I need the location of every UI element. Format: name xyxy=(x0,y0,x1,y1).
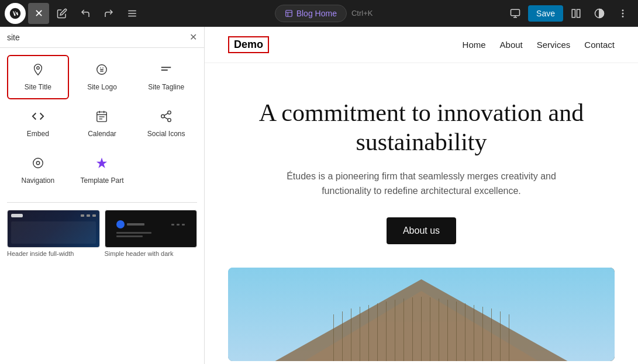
navigation-label: Navigation xyxy=(21,176,54,185)
site-tagline-label: Site Tagline xyxy=(148,83,184,91)
thumbnail-grid: Header inside full-width xyxy=(7,210,197,257)
block-item-template-part[interactable]: Template Part xyxy=(71,148,133,193)
left-panel: ✕ Site Title xyxy=(0,27,205,364)
site-tagline-icon xyxy=(160,63,173,79)
preview-button[interactable] xyxy=(505,3,526,24)
site-title-label: Site Title xyxy=(25,83,51,91)
search-bar: ✕ xyxy=(0,27,204,48)
svg-rect-6 xyxy=(577,9,580,18)
svg-line-23 xyxy=(164,117,168,119)
nav-link-contact[interactable]: Contact xyxy=(584,40,615,50)
thumbnails-section: Header inside full-width xyxy=(0,205,204,262)
svg-rect-4 xyxy=(511,9,520,16)
wordpress-logo[interactable] xyxy=(5,3,26,24)
close-button[interactable]: ✕ xyxy=(28,3,49,24)
svg-point-22 xyxy=(168,119,171,122)
about-us-button[interactable]: About us xyxy=(387,217,456,244)
block-item-site-title[interactable]: Site Title xyxy=(7,55,69,99)
contrast-button[interactable] xyxy=(589,3,610,24)
preview-area: Demo Home About Services Contact A commi… xyxy=(205,27,638,364)
svg-rect-3 xyxy=(285,10,292,16)
edit-button[interactable] xyxy=(51,3,73,24)
svg-point-8 xyxy=(622,10,623,11)
nav-link-about[interactable]: About xyxy=(500,40,523,50)
block-item-social-icons[interactable]: Social Icons xyxy=(135,102,197,146)
building-image xyxy=(228,268,615,361)
preview-nav: Demo Home About Services Contact xyxy=(205,27,638,63)
main-area: ✕ Site Title xyxy=(0,27,638,364)
svg-line-24 xyxy=(164,113,168,116)
thumbnail-header-full-label: Header inside full-width xyxy=(7,250,100,257)
block-item-navigation[interactable]: Navigation xyxy=(7,148,69,193)
hero-section: A commitment to innovation and sustainab… xyxy=(205,63,638,268)
svg-point-26 xyxy=(36,161,40,165)
undo-button[interactable] xyxy=(75,3,96,24)
save-button[interactable]: Save xyxy=(528,5,563,22)
preview-logo: Demo xyxy=(228,36,269,53)
thumbnail-header-full-img xyxy=(7,210,100,248)
preview-nav-links: Home About Services Contact xyxy=(463,40,615,50)
nav-link-services[interactable]: Services xyxy=(537,40,571,50)
page-name: Blog Home xyxy=(296,9,337,18)
toolbar-right: Save xyxy=(505,3,633,24)
svg-point-25 xyxy=(33,158,43,168)
svg-point-21 xyxy=(161,115,165,118)
page-selector[interactable]: Blog Home xyxy=(275,5,347,22)
search-input[interactable] xyxy=(7,33,185,42)
svg-point-20 xyxy=(168,111,171,115)
block-item-site-tagline[interactable]: Site Tagline xyxy=(135,55,197,99)
thumbnail-header-dark[interactable]: Simple header with dark xyxy=(105,210,198,257)
social-icons-label: Social Icons xyxy=(147,130,185,138)
site-logo-icon xyxy=(95,63,108,79)
shortcut-hint: Ctrl+K xyxy=(351,9,373,18)
thumbnail-header-dark-label: Simple header with dark xyxy=(105,250,198,257)
nav-link-home[interactable]: Home xyxy=(463,40,486,50)
embed-label: Embed xyxy=(27,130,49,138)
social-icons-icon xyxy=(160,110,173,126)
navigation-icon xyxy=(32,157,44,173)
block-item-calendar[interactable]: Calendar xyxy=(71,102,133,146)
toolbar-center: Blog Home Ctrl+K xyxy=(145,5,502,22)
site-logo-label: Site Logo xyxy=(87,83,117,91)
calendar-label: Calendar xyxy=(88,130,116,138)
top-toolbar: ✕ Blog Home Ctrl+K xyxy=(0,0,638,27)
block-item-site-logo[interactable]: Site Logo xyxy=(71,55,133,99)
thumbnail-header-dark-img xyxy=(105,210,198,248)
preview-frame: Demo Home About Services Contact A commi… xyxy=(205,27,638,364)
more-options-button[interactable] xyxy=(612,3,633,24)
left-panel-scroll: Site Title Site Logo xyxy=(0,48,204,364)
view-toggle-button[interactable] xyxy=(565,3,587,24)
blocks-grid: Site Title Site Logo xyxy=(0,48,204,200)
site-title-icon xyxy=(32,63,44,79)
list-view-button[interactable] xyxy=(122,3,143,24)
svg-rect-5 xyxy=(572,9,575,18)
calendar-icon xyxy=(95,110,108,126)
search-clear-button[interactable]: ✕ xyxy=(189,32,197,43)
redo-button[interactable] xyxy=(98,3,119,24)
hero-subtitle: Études is a pioneering firm that seamles… xyxy=(275,169,568,199)
svg-point-9 xyxy=(622,13,623,14)
block-item-embed[interactable]: Embed xyxy=(7,102,69,146)
building-section xyxy=(205,268,638,364)
hero-title: A commitment to innovation and sustainab… xyxy=(246,98,597,157)
template-part-label: Template Part xyxy=(80,176,123,185)
svg-point-10 xyxy=(622,16,623,17)
template-part-icon xyxy=(95,157,108,173)
panel-divider xyxy=(7,202,197,203)
thumbnail-header-full[interactable]: Header inside full-width xyxy=(7,210,100,257)
embed-icon xyxy=(32,110,44,126)
